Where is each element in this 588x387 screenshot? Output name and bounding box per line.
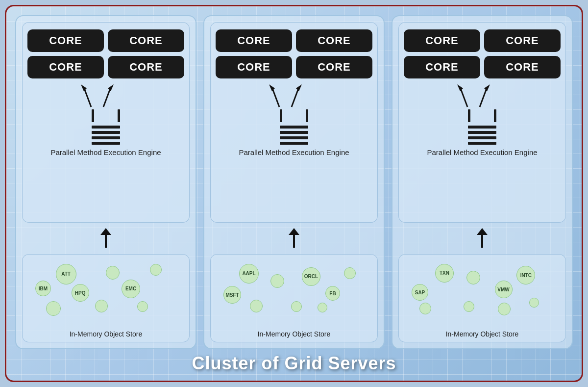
svg-marker-17	[477, 228, 488, 235]
server-card-3: CORE CORE CORE CORE	[392, 15, 573, 349]
core-badge-1-1: CORE	[27, 29, 104, 52]
core-badge-2-1: CORE	[216, 29, 292, 52]
queue-icon-3	[467, 109, 497, 145]
arrows-to-cores-3	[450, 82, 514, 109]
object-store-2: AAPL MSFT ORCL FB In-Memory Object Store	[210, 254, 378, 342]
queue-icon-2	[279, 109, 309, 145]
svg-marker-3	[108, 84, 114, 91]
bubble-att: ATT	[56, 264, 76, 284]
svg-line-6	[272, 87, 279, 107]
bubble-s3-7	[464, 301, 474, 312]
bubbles-area-1: ATT IBM HPQ EMC	[27, 260, 184, 328]
bubble-fb: FB	[325, 286, 340, 301]
engine-label-3: Parallel Method Execution Engine	[427, 148, 537, 157]
bubble-emc: EMC	[122, 280, 140, 298]
queue-icon-1	[91, 109, 121, 145]
bubble-s2-8	[291, 301, 302, 312]
bubble-s3-8	[498, 303, 511, 315]
diagram-title: Cluster of Grid Servers	[192, 353, 396, 373]
svg-marker-7	[269, 84, 275, 91]
core-badge-3-2: CORE	[484, 29, 561, 52]
bubble-s2-3	[270, 274, 284, 288]
svg-marker-1	[81, 84, 87, 91]
arrows-to-cores-1	[74, 82, 138, 109]
bubble-txn: TXN	[435, 264, 454, 283]
main-diagram: CORE CORE CORE CORE	[5, 5, 583, 382]
server-card-2: CORE CORE CORE CORE	[203, 15, 385, 349]
bubble-s3-9	[529, 298, 539, 308]
bubble-s2-7	[250, 300, 263, 312]
svg-marker-9	[296, 84, 302, 91]
core-badge-2-2: CORE	[296, 29, 372, 52]
core-badge-2-4: CORE	[296, 56, 372, 78]
bubble-aapl: AAPL	[239, 264, 259, 284]
bubble-orcl: ORCL	[302, 267, 320, 286]
store-to-engine-arrow-1	[22, 229, 190, 248]
bubble-s2-6	[344, 267, 356, 279]
store-to-engine-arrow-3	[398, 229, 566, 248]
execution-engine-3: CORE CORE CORE CORE	[398, 22, 566, 223]
store-label-2: In-Memory Object Store	[258, 330, 331, 338]
bubble-s2-9	[318, 303, 327, 312]
servers-row: CORE CORE CORE CORE	[15, 15, 573, 349]
store-label-3: In-Memory Object Store	[446, 330, 519, 338]
svg-line-14	[480, 87, 487, 107]
execution-engine-2: CORE CORE CORE CORE	[210, 22, 378, 223]
bubble-intc: INTC	[516, 266, 535, 284]
svg-line-2	[103, 87, 111, 107]
cores-grid-3: CORE CORE CORE CORE	[404, 29, 561, 78]
object-store-1: ATT IBM HPQ EMC In-Memory Object Store	[22, 254, 190, 342]
title-bar: Cluster of Grid Servers	[15, 349, 573, 376]
core-badge-3-1: CORE	[404, 29, 480, 52]
core-badge-1-3: CORE	[27, 56, 104, 78]
cores-grid-1: CORE CORE CORE CORE	[27, 29, 184, 78]
object-store-3: TXN SAP VMW INTC In-Memory Object Store	[398, 254, 566, 342]
core-badge-2-3: CORE	[216, 56, 292, 78]
bubble-s1-7	[46, 301, 61, 316]
bubbles-area-3: TXN SAP VMW INTC	[404, 260, 561, 328]
bubble-ibm: IBM	[35, 281, 51, 296]
core-badge-3-3: CORE	[404, 56, 480, 78]
arrows-to-cores-2	[262, 82, 326, 109]
bubble-vmw: VMW	[495, 281, 513, 298]
svg-marker-13	[457, 84, 463, 91]
bubble-s1-9	[137, 301, 148, 312]
svg-line-12	[460, 87, 467, 107]
engine-label-2: Parallel Method Execution Engine	[239, 148, 349, 157]
server-card-1: CORE CORE CORE CORE	[15, 15, 196, 349]
bubble-s1-8	[95, 300, 108, 312]
svg-line-8	[292, 87, 299, 107]
execution-engine-1: CORE CORE CORE CORE	[22, 22, 190, 223]
svg-line-0	[84, 87, 91, 107]
bubble-s1-6	[150, 264, 162, 276]
bubble-s3-6	[419, 303, 431, 314]
bubble-sap: SAP	[412, 284, 428, 301]
svg-marker-15	[484, 84, 490, 91]
svg-marker-11	[289, 228, 299, 235]
cores-grid-2: CORE CORE CORE CORE	[216, 29, 372, 78]
core-badge-3-4: CORE	[484, 56, 561, 78]
store-label-1: In-Memory Object Store	[70, 330, 143, 338]
bubble-msft: MSFT	[223, 286, 241, 304]
core-badge-1-4: CORE	[108, 56, 184, 78]
bubbles-area-2: AAPL MSFT ORCL FB	[216, 260, 372, 328]
bubble-hpq: HPQ	[72, 284, 89, 302]
core-badge-1-2: CORE	[108, 29, 184, 52]
svg-marker-5	[100, 228, 111, 235]
bubble-s3-3	[466, 271, 480, 284]
store-to-engine-arrow-2	[210, 229, 378, 248]
engine-label-1: Parallel Method Execution Engine	[50, 148, 161, 157]
bubble-s1-4	[106, 266, 120, 280]
